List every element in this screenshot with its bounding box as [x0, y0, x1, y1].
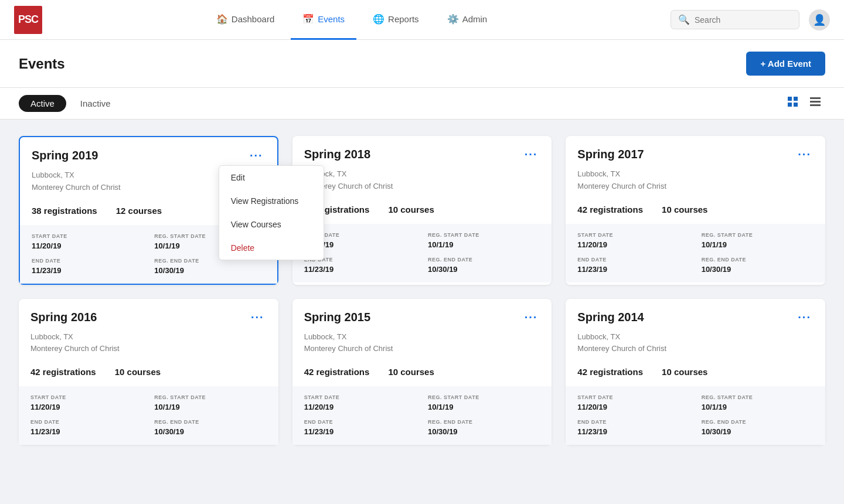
grid-view-button[interactable]: [783, 93, 803, 114]
svg-rect-6: [810, 104, 821, 106]
card-location: Lubbock, TX Monterey Church of Christ: [566, 168, 825, 200]
city-line: Lubbock, TX: [304, 168, 540, 181]
start-date-value: 11/20/19: [30, 403, 60, 411]
reg-end-label: REG. END DATE: [428, 257, 540, 263]
courses-stat: 10 courses: [115, 367, 161, 377]
event-card: Spring 2014 ··· Lubbock, TX Monterey Chu…: [566, 299, 825, 445]
card-top: Spring 2015 ···: [292, 299, 552, 331]
dropdown-edit[interactable]: Edit: [219, 166, 324, 189]
reg-start-value: 10/1/19: [702, 240, 727, 249]
courses-stat: 10 courses: [388, 367, 434, 377]
user-avatar[interactable]: 👤: [809, 9, 830, 30]
search-bar[interactable]: 🔍: [671, 10, 799, 29]
start-date-block: START DATE 11/20/19: [304, 394, 416, 412]
add-event-button[interactable]: + Add Event: [746, 52, 825, 76]
dropdown-view-registrations[interactable]: View Registrations: [219, 189, 324, 213]
more-options-button[interactable]: ···: [795, 311, 814, 324]
card-dates: START DATE 11/20/19 REG. START DATE 10/1…: [292, 386, 552, 445]
card-stats: 42 registrations 10 courses: [19, 362, 278, 386]
svg-rect-1: [794, 97, 798, 101]
event-card: Spring 2015 ··· Lubbock, TX Monterey Chu…: [292, 299, 552, 445]
nav-item-dashboard[interactable]: 🏠 Dashboard: [205, 0, 286, 40]
reg-end-date-block: REG. END DATE 10/30/19: [702, 257, 814, 274]
dropdown-view-courses[interactable]: View Courses: [219, 213, 324, 236]
start-date-label: START DATE: [304, 394, 416, 400]
reg-end-value: 10/30/19: [702, 427, 731, 436]
start-date-block: START DATE 11/20/19: [577, 232, 689, 250]
card-dates: START DATE 11/20/19 REG. START DATE 10/1…: [566, 224, 825, 282]
card-location: Lubbock, TX Monterey Church of Christ: [566, 331, 825, 363]
tabs-bar: Active Inactive: [0, 88, 844, 120]
card-location: Lubbock, TX Monterey Church of Christ: [19, 331, 278, 363]
globe-icon: 🌐: [373, 13, 384, 25]
event-card: Spring 2017 ··· Lubbock, TX Monterey Chu…: [566, 136, 825, 285]
svg-rect-4: [810, 97, 821, 99]
reg-end-value: 10/30/19: [428, 427, 458, 436]
start-date-value: 11/20/19: [304, 403, 334, 411]
nav-label-events: Events: [318, 14, 345, 24]
event-title: Spring 2016: [30, 311, 97, 324]
reg-end-date-block: REG. END DATE 10/30/19: [154, 258, 265, 275]
gear-icon: ⚙️: [447, 13, 459, 25]
reg-start-label: REG. START DATE: [702, 394, 814, 400]
page-title: Events: [19, 56, 65, 72]
card-top: Spring 2018 ···: [292, 136, 552, 168]
courses-stat: 12 courses: [116, 206, 162, 216]
more-options-button[interactable]: ···: [522, 148, 540, 161]
nav-item-admin[interactable]: ⚙️ Admin: [435, 0, 499, 40]
event-title: Spring 2019: [32, 149, 98, 162]
reg-end-date-block: REG. END DATE 10/30/19: [702, 419, 814, 437]
reg-start-date-block: REG. START DATE 10/1/19: [702, 232, 814, 250]
list-view-button[interactable]: [805, 93, 825, 114]
courses-stat: 10 courses: [662, 205, 707, 214]
reg-start-date-block: REG. START DATE 10/1/19: [428, 394, 540, 412]
church-line: Monterey Church of Christ: [30, 343, 267, 355]
church-line: Monterey Church of Christ: [577, 343, 814, 355]
end-date-value: 11/23/19: [304, 427, 334, 436]
more-options-button[interactable]: ···: [247, 149, 266, 162]
event-title: Spring 2017: [577, 148, 644, 161]
reg-end-label: REG. END DATE: [428, 419, 540, 425]
dropdown-delete[interactable]: Delete: [219, 236, 324, 260]
tab-inactive[interactable]: Inactive: [69, 95, 122, 112]
start-date-block: START DATE 11/20/19: [32, 233, 142, 251]
reg-end-date-block: REG. END DATE 10/30/19: [154, 419, 266, 437]
nav-item-reports[interactable]: 🌐 Reports: [361, 0, 431, 40]
more-options-button[interactable]: ···: [795, 148, 814, 161]
start-date-label: START DATE: [577, 232, 689, 238]
city-line: Lubbock, TX: [577, 331, 814, 343]
nav-label-reports: Reports: [388, 14, 419, 24]
end-date-block: END DATE 11/23/19: [32, 258, 142, 275]
reg-end-label: REG. END DATE: [702, 419, 814, 425]
registrations-stat: 42 registrations: [304, 367, 370, 377]
view-toggle: [783, 93, 825, 114]
card-stats: 42 registrations 10 courses: [566, 362, 825, 386]
church-line: Monterey Church of Christ: [304, 343, 540, 355]
event-card: Spring 2016 ··· Lubbock, TX Monterey Chu…: [19, 299, 278, 445]
reg-start-value: 10/1/19: [154, 403, 179, 411]
topbar: PSC 🏠 Dashboard 📅 Events 🌐 Reports ⚙️ Ad…: [0, 0, 844, 40]
reg-start-label: REG. START DATE: [428, 394, 540, 400]
end-date-label: END DATE: [577, 419, 689, 425]
list-icon: [810, 97, 821, 107]
event-title: Spring 2018: [304, 148, 370, 161]
main-nav: 🏠 Dashboard 📅 Events 🌐 Reports ⚙️ Admin: [205, 0, 499, 40]
end-date-block: END DATE 11/23/19: [304, 419, 416, 437]
nav-label-dashboard: Dashboard: [232, 14, 274, 24]
main-content: Spring 2019 ··· Edit View Registrations …: [0, 120, 844, 461]
more-options-button[interactable]: ···: [522, 311, 540, 324]
end-date-label: END DATE: [30, 419, 142, 425]
calendar-icon: 📅: [302, 13, 314, 25]
tab-active[interactable]: Active: [19, 95, 66, 112]
search-input[interactable]: [695, 15, 792, 25]
start-date-value: 11/20/19: [577, 403, 607, 411]
more-options-button[interactable]: ···: [249, 311, 267, 324]
end-date-value: 11/23/19: [304, 265, 334, 274]
registrations-stat: 42 registrations: [577, 367, 643, 377]
end-date-value: 11/23/19: [32, 266, 62, 275]
card-top: Spring 2017 ···: [566, 136, 825, 168]
reg-end-date-block: REG. END DATE 10/30/19: [428, 419, 540, 437]
nav-item-events[interactable]: 📅 Events: [291, 0, 356, 40]
reg-end-label: REG. END DATE: [154, 419, 266, 425]
start-date-label: START DATE: [577, 394, 689, 400]
